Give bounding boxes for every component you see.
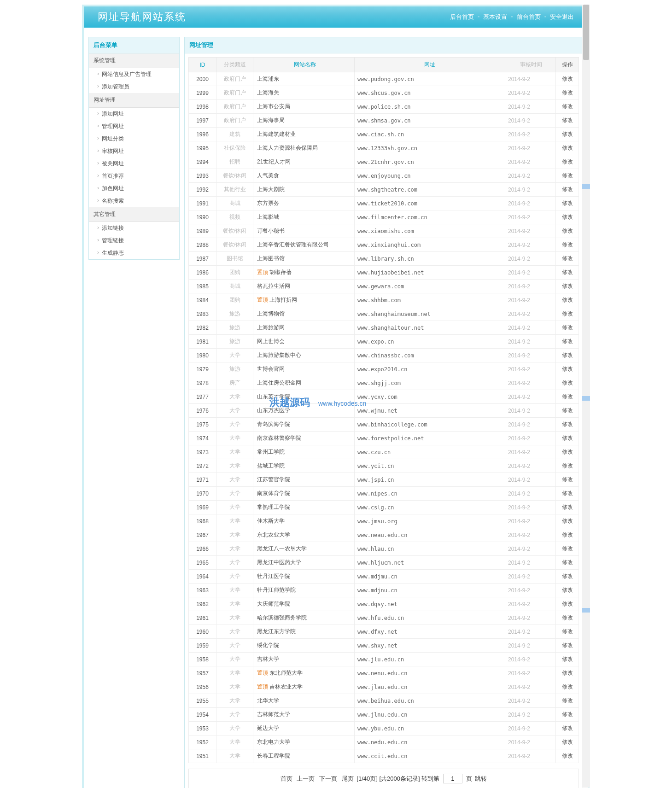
table-row: 1998政府门户上海市公安局www.police.sh.cn2014-9-2修改 (189, 100, 579, 114)
table-row: 1952大学东北电力大学www.nedu.edu.cn2014-9-2修改 (189, 735, 579, 749)
edit-link[interactable]: 修改 (556, 514, 579, 528)
edit-link[interactable]: 修改 (556, 307, 579, 321)
edit-link[interactable]: 修改 (556, 694, 579, 708)
table-header: 分类频道 (216, 58, 253, 72)
edit-link[interactable]: 修改 (556, 584, 579, 597)
table-row: 1977大学山东英才学院www.ycxy.com2014-9-2修改 (189, 390, 579, 404)
sidebar-item[interactable]: 添加管理员 (89, 81, 179, 93)
edit-link[interactable]: 修改 (556, 625, 579, 639)
edit-link[interactable]: 修改 (556, 210, 579, 224)
url-table: ID分类频道网站名称网址审核时间操作 2000政府门户上海浦东www.pudon… (188, 57, 579, 763)
edit-link[interactable]: 修改 (556, 128, 579, 141)
table-row: 1971大学江苏警官学院www.jspi.cn2014-9-2修改 (189, 473, 579, 487)
edit-link[interactable]: 修改 (556, 100, 579, 114)
nav-settings[interactable]: 基本设置 (483, 13, 507, 21)
sidebar-item[interactable]: 名称搜索 (89, 195, 179, 207)
sidebar-item[interactable]: 首页推荐 (89, 170, 179, 182)
pager-next[interactable]: 下一页 (319, 775, 337, 782)
edit-link[interactable]: 修改 (556, 556, 579, 570)
pager-page-input[interactable] (443, 774, 462, 783)
sidebar-item[interactable]: 网站信息及广告管理 (89, 68, 179, 81)
sticky-badge: 置顶 (257, 269, 268, 275)
table-row: 1964大学牡丹江医学院www.mdjmu.cn2014-9-2修改 (189, 570, 579, 584)
edit-link[interactable]: 修改 (556, 197, 579, 210)
edit-link[interactable]: 修改 (556, 376, 579, 390)
table-row: 1975大学青岛滨海学院www.binhaicollege.com2014-9-… (189, 418, 579, 432)
table-row: 1960大学黑龙江东方学院www.dfxy.net2014-9-2修改 (189, 625, 579, 639)
edit-link[interactable]: 修改 (556, 321, 579, 335)
sidebar-item[interactable]: 被关网址 (89, 158, 179, 170)
sidebar-item[interactable]: 生成静态 (89, 247, 179, 259)
edit-link[interactable]: 修改 (556, 597, 579, 611)
edit-link[interactable]: 修改 (556, 72, 579, 86)
edit-link[interactable]: 修改 (556, 238, 579, 252)
table-row: 1965大学黑龙江中医药大学www.hljucm.net2014-9-2修改 (189, 556, 579, 570)
edit-link[interactable]: 修改 (556, 459, 579, 473)
table-row: 1996建筑上海建筑建材业www.ciac.sh.cn2014-9-2修改 (189, 128, 579, 141)
pager-last[interactable]: 尾页 (342, 775, 354, 782)
pager-jump[interactable]: 跳转 (475, 775, 487, 782)
sidebar-item[interactable]: 管理链接 (89, 234, 179, 247)
edit-link[interactable]: 修改 (556, 86, 579, 100)
edit-link[interactable]: 修改 (556, 224, 579, 238)
sidebar-item[interactable]: 管理网址 (89, 120, 179, 133)
edit-link[interactable]: 修改 (556, 542, 579, 556)
table-row: 1983旅游上海博物馆www.shanghaimuseum.net2014-9-… (189, 307, 579, 321)
edit-link[interactable]: 修改 (556, 473, 579, 487)
edit-link[interactable]: 修改 (556, 169, 579, 183)
edit-link[interactable]: 修改 (556, 362, 579, 376)
sticky-badge: 置顶 (257, 670, 268, 676)
edit-link[interactable]: 修改 (556, 418, 579, 432)
sidebar-item[interactable]: 网址分类 (89, 133, 179, 145)
edit-link[interactable]: 修改 (556, 432, 579, 445)
edit-link[interactable]: 修改 (556, 639, 579, 653)
table-row: 1976大学山东万杰医学www.wjmu.net2014-9-2修改 (189, 404, 579, 418)
edit-link[interactable]: 修改 (556, 390, 579, 404)
edit-link[interactable]: 修改 (556, 680, 579, 694)
nav-logout[interactable]: 安全退出 (550, 13, 574, 21)
edit-link[interactable]: 修改 (556, 528, 579, 542)
sidebar-group: 系统管理 (89, 53, 179, 68)
sidebar-item[interactable]: 添加链接 (89, 222, 179, 234)
edit-link[interactable]: 修改 (556, 349, 579, 362)
table-row: 1969大学常熟理工学院www.cslg.cn2014-9-2修改 (189, 501, 579, 514)
edit-link[interactable]: 修改 (556, 183, 579, 197)
table-row: 1957大学置顶东北师范大学www.nenu.edu.cn2014-9-2修改 (189, 666, 579, 680)
edit-link[interactable]: 修改 (556, 611, 579, 625)
edit-link[interactable]: 修改 (556, 570, 579, 584)
edit-link[interactable]: 修改 (556, 280, 579, 293)
sidebar-item[interactable]: 添加网址 (89, 108, 179, 120)
edit-link[interactable]: 修改 (556, 114, 579, 128)
edit-link[interactable]: 修改 (556, 722, 579, 735)
scrollbar-thumb[interactable] (583, 5, 589, 60)
sidebar-item[interactable]: 审核网址 (89, 145, 179, 158)
edit-link[interactable]: 修改 (556, 445, 579, 459)
app-frame: 网址导航网站系统 后台首页- 基本设置- 前台首页- 安全退出 后台菜单 系统管… (82, 5, 590, 788)
table-row: 1989餐饮/休闲订餐小秘书www.xiaomishu.com2014-9-2修… (189, 224, 579, 238)
edit-link[interactable]: 修改 (556, 501, 579, 514)
edit-link[interactable]: 修改 (556, 708, 579, 722)
table-row: 1974大学南京森林警察学院www.forestpolice.net2014-9… (189, 432, 579, 445)
edit-link[interactable]: 修改 (556, 666, 579, 680)
table-row: 1981旅游网上世博会www.expo.cn2014-9-2修改 (189, 335, 579, 349)
pager-prev[interactable]: 上一页 (297, 775, 315, 782)
edit-link[interactable]: 修改 (556, 653, 579, 666)
sidebar-item[interactable]: 加色网址 (89, 182, 179, 195)
edit-link[interactable]: 修改 (556, 404, 579, 418)
table-row: 1985商城格瓦拉生活网www.gewara.com2014-9-2修改 (189, 280, 579, 293)
edit-link[interactable]: 修改 (556, 155, 579, 169)
edit-link[interactable]: 修改 (556, 487, 579, 501)
edit-link[interactable]: 修改 (556, 266, 579, 280)
pager-first[interactable]: 首页 (280, 775, 292, 782)
edit-link[interactable]: 修改 (556, 252, 579, 266)
edit-link[interactable]: 修改 (556, 335, 579, 349)
edit-link[interactable]: 修改 (556, 141, 579, 155)
nav-front[interactable]: 前台首页 (517, 13, 541, 21)
edit-link[interactable]: 修改 (556, 735, 579, 749)
edit-link[interactable]: 修改 (556, 749, 579, 763)
edit-link[interactable]: 修改 (556, 293, 579, 307)
table-header: ID (189, 58, 216, 72)
table-row: 1955大学北华大学www.beihua.edu.cn2014-9-2修改 (189, 694, 579, 708)
header-nav: 后台首页- 基本设置- 前台首页- 安全退出 (450, 13, 574, 21)
nav-home[interactable]: 后台首页 (450, 13, 474, 21)
